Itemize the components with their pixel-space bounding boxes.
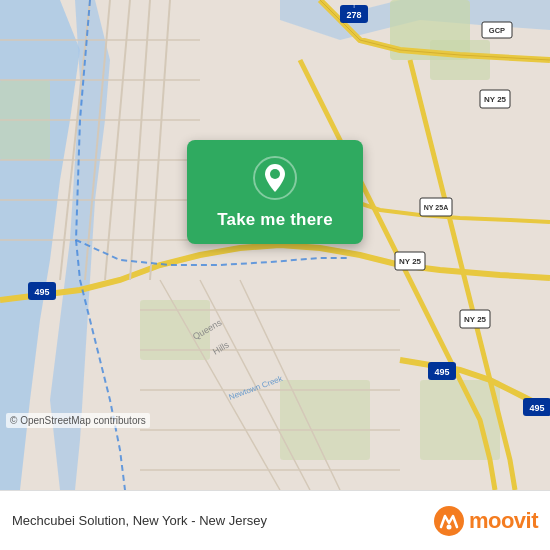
svg-text:495: 495: [34, 287, 49, 297]
action-card[interactable]: Take me there: [187, 140, 363, 244]
svg-text:NY 25: NY 25: [399, 257, 422, 266]
svg-text:495: 495: [529, 403, 544, 413]
moovit-brand-icon: [433, 505, 465, 537]
moovit-text: moovit: [469, 508, 538, 534]
take-me-there-button[interactable]: Take me there: [217, 210, 333, 230]
svg-text:GCP: GCP: [489, 26, 505, 35]
location-pin-icon: [253, 156, 297, 200]
svg-text:NY 25A: NY 25A: [424, 204, 448, 211]
svg-text:NY 25: NY 25: [484, 95, 507, 104]
svg-text:NY 25: NY 25: [464, 315, 487, 324]
svg-text:495: 495: [434, 367, 449, 377]
svg-point-51: [446, 524, 451, 529]
svg-point-49: [270, 169, 280, 179]
svg-rect-2: [430, 40, 490, 80]
map-view[interactable]: 278 I 495 NY 25 NY 25A NY 25 GCP NY 25 4…: [0, 0, 550, 490]
map-attribution: © OpenStreetMap contributors: [6, 413, 150, 428]
location-text: Mechcubei Solution, New York - New Jerse…: [12, 513, 267, 528]
footer-bar: Mechcubei Solution, New York - New Jerse…: [0, 490, 550, 550]
svg-text:278: 278: [346, 10, 361, 20]
moovit-logo: moovit: [433, 505, 538, 537]
